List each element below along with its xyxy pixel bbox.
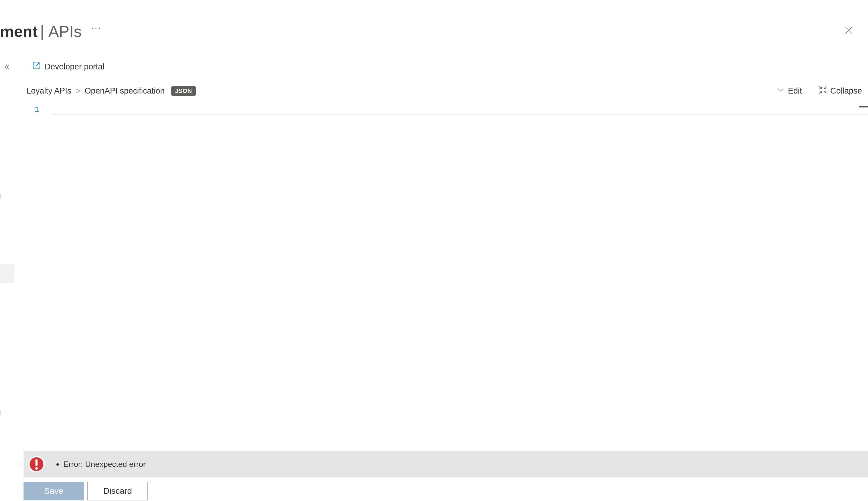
discard-button[interactable]: Discard xyxy=(87,482,148,500)
breadcrumb-root[interactable]: Loyalty APIs xyxy=(26,86,72,96)
edit-button[interactable]: Edit xyxy=(777,86,802,96)
svg-rect-8 xyxy=(36,459,38,466)
more-actions-button[interactable]: ··· xyxy=(91,23,102,40)
toolbar-row: Developer portal xyxy=(0,57,862,77)
svg-line-4 xyxy=(824,87,826,89)
svg-line-5 xyxy=(820,91,822,93)
error-bar: Error: Unexpected error xyxy=(23,451,868,478)
developer-portal-link[interactable]: Developer portal xyxy=(32,62,105,72)
breadcrumb-separator: > xyxy=(76,86,80,96)
code-editor[interactable]: 1 xyxy=(17,105,868,501)
breadcrumb-current: OpenAPI specification xyxy=(85,86,165,96)
collapse-sidebar-button[interactable] xyxy=(0,57,14,77)
error-icon xyxy=(28,456,45,473)
svg-line-3 xyxy=(820,87,822,89)
page-title-separator: | xyxy=(40,22,44,41)
form-buttons: Save Discard xyxy=(23,482,148,500)
minimap-cursor-icon xyxy=(859,106,868,107)
page-title-section: APIs xyxy=(48,22,82,41)
sidebar-fragment xyxy=(0,411,1,415)
page-title-partial: ment xyxy=(0,22,38,41)
chevron-double-left-icon xyxy=(4,64,10,70)
save-label: Save xyxy=(44,486,63,496)
format-badge: JSON xyxy=(171,86,196,96)
breadcrumb-row: Loyalty APIs > OpenAPI specification JSO… xyxy=(12,77,868,105)
svg-line-2 xyxy=(36,63,39,66)
error-message: Error: Unexpected error xyxy=(63,460,146,469)
developer-portal-label: Developer portal xyxy=(45,62,105,72)
line-number: 1 xyxy=(17,105,52,115)
close-icon xyxy=(845,26,853,34)
page-title-row: ment | APIs ··· xyxy=(0,19,868,43)
external-link-icon xyxy=(32,62,41,72)
edit-label: Edit xyxy=(788,86,802,96)
collapse-button[interactable]: Collapse xyxy=(819,86,862,96)
sidebar-fragment xyxy=(0,194,1,199)
editor-line: 1 xyxy=(17,105,868,115)
svg-line-6 xyxy=(824,91,826,93)
save-button[interactable]: Save xyxy=(23,482,84,500)
discard-label: Discard xyxy=(103,486,132,496)
collapse-label: Collapse xyxy=(830,86,862,96)
close-button[interactable] xyxy=(842,23,855,37)
chevron-down-icon xyxy=(777,86,784,96)
collapse-icon xyxy=(819,86,827,96)
sidebar-fragment xyxy=(0,264,14,283)
svg-point-9 xyxy=(35,467,38,470)
line-content[interactable] xyxy=(52,105,868,115)
error-list: Error: Unexpected error xyxy=(56,460,146,469)
